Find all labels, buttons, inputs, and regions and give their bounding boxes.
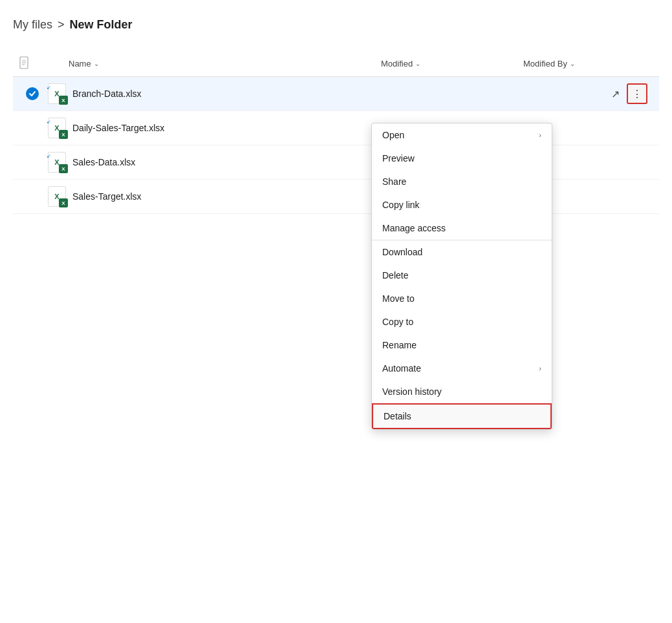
- menu-item-label: Preview: [382, 153, 415, 164]
- header-modified-col[interactable]: Modified ⌄: [381, 59, 523, 69]
- menu-item-preview[interactable]: Preview: [372, 147, 552, 170]
- excel-badge: X: [59, 130, 68, 139]
- menu-item-label: Copy link: [382, 200, 420, 210]
- menu-item-share[interactable]: Share: [372, 170, 552, 193]
- menu-item-rename[interactable]: Rename: [372, 333, 552, 357]
- name-sort-icon: ⌄: [94, 60, 99, 67]
- modified-by-sort-icon: ⌄: [570, 60, 575, 67]
- excel-badge: X: [59, 96, 68, 105]
- modified-sort-icon: ⌄: [415, 60, 420, 67]
- menu-item-manage-access[interactable]: Manage access: [372, 216, 552, 240]
- header-modified-by-col[interactable]: Modified By ⌄: [523, 59, 653, 69]
- file-type-icon: X X ↙: [45, 118, 69, 138]
- menu-item-label: Share: [382, 176, 406, 187]
- sync-icon: ↙: [47, 119, 51, 125]
- menu-item-details[interactable]: Details: [372, 403, 552, 429]
- header-name-col[interactable]: Name ⌄: [69, 59, 381, 69]
- excel-badge: X: [59, 164, 68, 173]
- menu-item-label: Download: [382, 247, 422, 257]
- excel-badge: X: [59, 198, 68, 207]
- file-list: Name ⌄ Modified ⌄ Modified By ⌄ X X ↙: [0, 45, 672, 220]
- menu-item-open[interactable]: Open ›: [372, 123, 552, 147]
- table-header: Name ⌄ Modified ⌄ Modified By ⌄: [13, 51, 659, 77]
- menu-item-move-to[interactable]: Move to: [372, 287, 552, 310]
- menu-item-label: Open: [382, 130, 404, 140]
- menu-item-automate[interactable]: Automate ›: [372, 357, 552, 380]
- menu-item-label: Automate: [382, 363, 421, 374]
- file-name: Sales-Data.xlsx: [69, 157, 653, 167]
- breadcrumb: My files > New Folder: [0, 0, 672, 45]
- checked-circle: [26, 87, 39, 100]
- table-row[interactable]: X X ↙ Sales-Data.xlsx: [13, 145, 659, 180]
- menu-item-copy-to[interactable]: Copy to: [372, 310, 552, 333]
- table-row[interactable]: X X Sales-Target.xlsx: [13, 180, 659, 214]
- breadcrumb-current-folder: New Folder: [70, 18, 133, 32]
- col-modified-by-label: Modified By: [523, 59, 567, 69]
- checkmark-icon: [28, 90, 36, 98]
- menu-item-label: Move to: [382, 293, 415, 304]
- share-button[interactable]: ↗: [606, 85, 624, 103]
- file-type-icon: X X ↙: [45, 83, 69, 104]
- context-menu: Open › Preview Share Copy link Manage ac…: [371, 123, 552, 430]
- header-doc-icon: [19, 56, 31, 69]
- sync-icon: ↙: [47, 85, 51, 90]
- menu-item-label: Version history: [382, 386, 442, 397]
- table-row[interactable]: X X ↙ Branch-Data.xlsx ↗ ⋮: [13, 77, 659, 111]
- share-icon: ↗: [611, 88, 620, 100]
- menu-item-label: Delete: [382, 270, 408, 280]
- file-type-icon: X X: [45, 186, 69, 207]
- sync-icon: ↙: [47, 153, 51, 159]
- header-checkbox-col: [19, 56, 45, 71]
- row-checkbox[interactable]: [19, 87, 45, 100]
- file-type-icon: X X ↙: [45, 152, 69, 173]
- file-name: Daily-Sales-Target.xlsx: [69, 123, 653, 133]
- menu-item-label: Rename: [382, 340, 417, 350]
- menu-item-label: Manage access: [382, 223, 446, 233]
- menu-item-download[interactable]: Download: [372, 240, 552, 264]
- menu-item-delete[interactable]: Delete: [372, 264, 552, 287]
- menu-item-label: Details: [384, 411, 411, 421]
- more-options-icon: ⋮: [632, 88, 642, 100]
- menu-item-version-history[interactable]: Version history: [372, 380, 552, 403]
- table-row[interactable]: X X ↙ Daily-Sales-Target.xlsx: [13, 111, 659, 145]
- file-name: Sales-Target.xlsx: [69, 191, 653, 202]
- submenu-chevron-icon: ›: [539, 131, 541, 139]
- breadcrumb-separator: >: [58, 18, 65, 32]
- row-actions: ↗ ⋮: [606, 83, 647, 104]
- menu-item-label: Copy to: [382, 317, 413, 327]
- file-name: Branch-Data.xlsx: [69, 89, 606, 99]
- breadcrumb-myfiles[interactable]: My files: [13, 18, 52, 32]
- col-modified-label: Modified: [381, 59, 413, 69]
- col-name-label: Name: [69, 59, 91, 69]
- more-options-button[interactable]: ⋮: [627, 83, 647, 104]
- menu-item-copy-link[interactable]: Copy link: [372, 193, 552, 216]
- submenu-chevron-icon: ›: [539, 364, 541, 372]
